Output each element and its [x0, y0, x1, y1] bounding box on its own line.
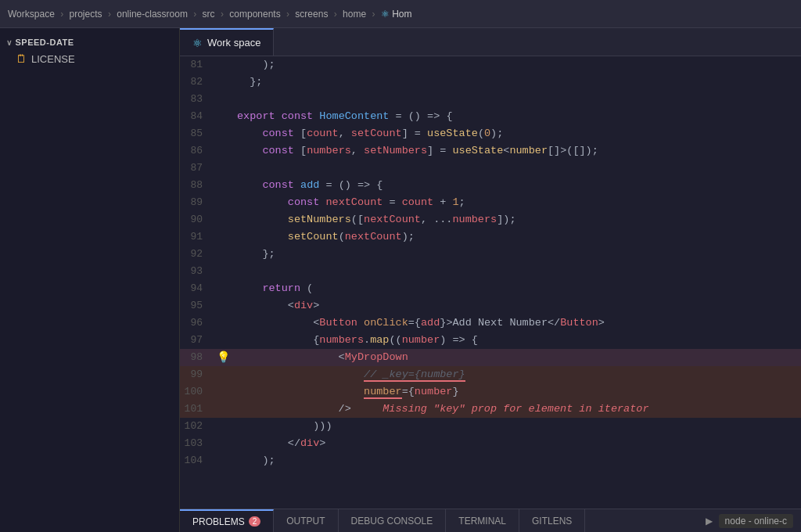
sidebar-section-speed-date[interactable]: ∨ SPEED-DATE — [0, 34, 179, 50]
tab-label: Work space — [207, 37, 260, 49]
editor-area: ⚛ Work space 81 ); 82 — [180, 28, 801, 532]
table-row: 82 }; — [180, 74, 801, 91]
table-row: 92 }; — [180, 246, 801, 263]
table-row: 95 <div> — [180, 297, 801, 315]
lightbulb-icon[interactable]: 💡 — [217, 351, 230, 364]
table-row: 84 export const HomeContent = () => { — [180, 108, 801, 125]
table-row: 94 return ( — [180, 280, 801, 297]
table-row: 93 — [180, 263, 801, 280]
panel-tab-gitlens[interactable]: GITLENS — [519, 509, 585, 532]
panel-tab-terminal[interactable]: TERMINAL — [446, 509, 519, 532]
table-row: 102 ))) — [180, 418, 801, 435]
table-row: 83 — [180, 91, 801, 108]
table-row: 86 const [numbers, setNumbers] = useStat… — [180, 142, 801, 160]
table-row: 85 const [count, setCount] = useState(0)… — [180, 125, 801, 142]
breadcrumb-bar: Workspace › projects › online-classroom … — [0, 0, 801, 28]
react-icon: ⚛ — [192, 37, 203, 49]
chevron-down-icon: ∨ — [6, 38, 13, 47]
sidebar-item-label: LICENSE — [31, 53, 75, 65]
table-row: 91 setCount(nextCount); — [180, 228, 801, 246]
sidebar: ∨ SPEED-DATE 🗒 LICENSE — [0, 28, 180, 532]
terminal-label: node - online-c — [719, 514, 793, 528]
table-row: 89 const nextCount = count + 1; — [180, 194, 801, 211]
table-row: 100 number={number} — [180, 383, 801, 401]
table-row: 87 — [180, 160, 801, 177]
main-area: ∨ SPEED-DATE 🗒 LICENSE ⚛ Work space 81 — [0, 28, 801, 532]
sidebar-item-license[interactable]: 🗒 LICENSE — [0, 50, 179, 67]
terminal-arrow-icon: ▶ — [706, 516, 713, 527]
panel-right: ▶ node - online-c — [706, 514, 801, 528]
table-row: 101 /> Missing "key" prop for element in… — [180, 401, 801, 418]
panel-tab-debug-console[interactable]: DEBUG CONSOLE — [339, 509, 447, 532]
table-row: 97 {numbers.map((number) => { — [180, 332, 801, 349]
table-row: 90 setNumbers([nextCount, ...numbers]); — [180, 211, 801, 228]
problems-badge: 2 — [249, 516, 261, 527]
sidebar-section-label: SPEED-DATE — [16, 38, 74, 47]
table-row: 96 <Button onClick={add}>Add Next Number… — [180, 315, 801, 332]
tab-bar: ⚛ Work space — [180, 28, 801, 56]
table-row: 104 ); — [180, 452, 801, 469]
license-icon: 🗒 — [16, 52, 27, 65]
table-row: 99 // _key={number} — [180, 366, 801, 383]
table-row: 103 </div> — [180, 435, 801, 452]
code-table: 81 ); 82 }; 83 — [180, 56, 801, 469]
tab-workspace[interactable]: ⚛ Work space — [180, 28, 274, 56]
table-row: 88 const add = () => { — [180, 177, 801, 194]
panel-tab-problems[interactable]: PROBLEMS 2 — [180, 509, 274, 532]
table-row: 81 ); — [180, 56, 801, 74]
panel-tab-output[interactable]: OUTPUT — [274, 509, 338, 532]
code-content[interactable]: 81 ); 82 }; 83 — [180, 56, 801, 509]
bottom-panel: PROBLEMS 2 OUTPUT DEBUG CONSOLE TERMINAL… — [180, 509, 801, 532]
table-row: 98 💡 <MyDropDown — [180, 349, 801, 366]
breadcrumb: Workspace › projects › online-classroom … — [8, 9, 411, 20]
